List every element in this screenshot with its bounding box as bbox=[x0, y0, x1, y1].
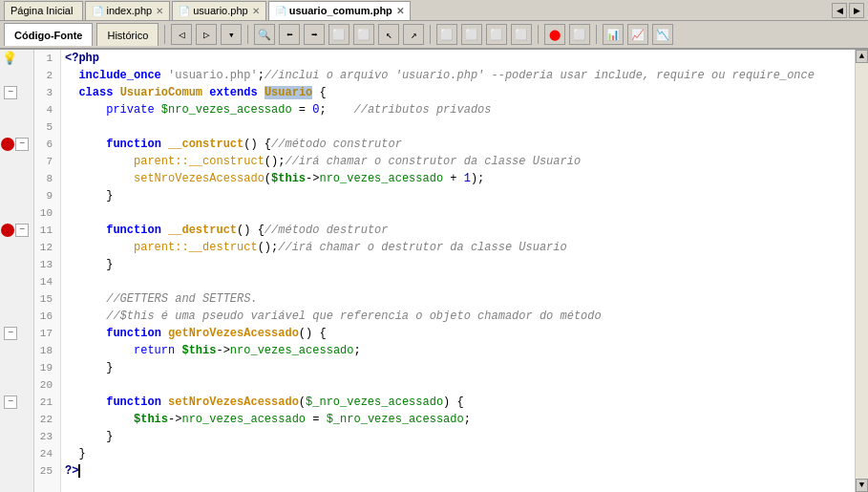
gutter-line-6: − bbox=[0, 136, 33, 153]
tab-pagina-inicial[interactable]: Página Inicial bbox=[4, 1, 83, 20]
ln-23: 23 bbox=[34, 428, 56, 445]
ln-7: 7 bbox=[34, 153, 56, 170]
btn-pause[interactable]: ⬜ bbox=[569, 24, 590, 45]
tab-usuario-comum-php[interactable]: 📄 usuario_comum.php ✕ bbox=[268, 1, 411, 20]
fold-17[interactable]: − bbox=[4, 327, 17, 340]
fold-6[interactable]: − bbox=[15, 138, 29, 151]
btn-next[interactable]: ➡ bbox=[304, 24, 325, 45]
btn-action6[interactable]: ⬜ bbox=[461, 24, 482, 45]
breakpoint-11[interactable] bbox=[1, 224, 14, 237]
gutter-line-22 bbox=[0, 411, 33, 428]
tab-navigation: ◀ ▶ bbox=[832, 3, 864, 18]
ln-5: 5 bbox=[34, 118, 56, 136]
btn-action5[interactable]: ⬜ bbox=[436, 24, 457, 45]
scroll-tabs-right[interactable]: ▶ bbox=[849, 3, 864, 18]
gutter-line-14 bbox=[0, 273, 33, 290]
btn-action3[interactable]: ↖ bbox=[378, 24, 399, 45]
gutter-line-5 bbox=[0, 118, 33, 136]
code-line-2: include_once 'usuario.php';//inclui o ar… bbox=[65, 67, 851, 84]
construct-name: __construct bbox=[168, 136, 243, 153]
param-val-22: $_nro_vezes_acessado bbox=[327, 411, 464, 428]
btn-action4[interactable]: ↗ bbox=[403, 24, 424, 45]
btn-chart1[interactable]: 📊 bbox=[603, 24, 624, 45]
tab-index-php[interactable]: 📄 index.php ✕ bbox=[85, 1, 170, 20]
ln-15: 15 bbox=[34, 290, 56, 308]
breakpoint-6[interactable] bbox=[1, 138, 14, 151]
param-21: $_nro_vezes_acessado bbox=[306, 394, 443, 411]
btn-forward[interactable]: ▷ bbox=[196, 24, 217, 45]
code-line-5 bbox=[65, 118, 851, 136]
code-line-8: setNroVezesAcessado($this->nro_vezes_ace… bbox=[65, 170, 851, 187]
btn-stop[interactable]: ⬤ bbox=[544, 24, 565, 45]
scroll-track[interactable] bbox=[856, 63, 868, 479]
comment-line16: //$this é uma pseudo variável que refere… bbox=[65, 308, 602, 325]
fold-3[interactable]: − bbox=[4, 86, 17, 99]
btn-zoom-out[interactable]: 🔍 bbox=[254, 24, 275, 45]
ln-13: 13 bbox=[34, 256, 56, 273]
code-line-25: ?> bbox=[65, 462, 851, 480]
code-content[interactable]: <?php include_once 'usuario.php';//inclu… bbox=[61, 50, 855, 492]
gutter-line-21: − bbox=[0, 394, 33, 411]
ln-19: 19 bbox=[34, 359, 56, 376]
btn-back[interactable]: ◁ bbox=[171, 24, 192, 45]
separator-1 bbox=[164, 25, 165, 44]
tab-codigo-fonte[interactable]: Código-Fonte bbox=[4, 23, 93, 46]
tab-usuario-php[interactable]: 📄 usuario.php ✕ bbox=[172, 1, 266, 20]
parent-call-7: parent::__construct bbox=[134, 153, 265, 170]
ln-11: 11 bbox=[34, 222, 56, 239]
btn-action1[interactable]: ⬜ bbox=[328, 24, 349, 45]
gutter-line-20 bbox=[0, 376, 33, 394]
include-once-keyword: include_once bbox=[78, 67, 160, 84]
ln-10: 10 bbox=[34, 204, 56, 222]
php-tag: <?php bbox=[65, 50, 99, 67]
code-line-7: parent::__construct();//irá chamar o con… bbox=[65, 153, 851, 170]
comment-line2: //inclui o arquivo 'usuario.php' --poder… bbox=[265, 67, 815, 84]
ln-6: 6 bbox=[34, 136, 56, 153]
number-0: 0 bbox=[312, 101, 319, 118]
code-line-15: //GETTERS and SETTERS. bbox=[65, 290, 851, 308]
gutter-line-18 bbox=[0, 342, 33, 359]
separator-3 bbox=[430, 25, 431, 44]
gutter-line-1: 💡 bbox=[0, 50, 33, 67]
fold-21[interactable]: − bbox=[4, 396, 17, 409]
php-close-tag: ?> bbox=[65, 462, 78, 480]
btn-dropdown[interactable]: ▾ bbox=[221, 24, 242, 45]
code-line-22: $this->nro_vezes_acessado = $_nro_vezes_… bbox=[65, 411, 851, 428]
this-8: $this bbox=[271, 170, 306, 187]
scroll-down-btn[interactable]: ▼ bbox=[856, 479, 868, 492]
ln-16: 16 bbox=[34, 308, 56, 325]
fold-11[interactable]: − bbox=[15, 224, 29, 237]
code-line-1: <?php bbox=[65, 50, 851, 67]
code-line-4: private $nro_vezes_acessado = 0; //atrib… bbox=[65, 101, 851, 118]
btn-chart2[interactable]: 📈 bbox=[627, 24, 648, 45]
comment-line15: //GETTERS and SETTERS. bbox=[65, 290, 258, 308]
tab-index-php-close[interactable]: ✕ bbox=[156, 6, 163, 16]
gutter-line-17: − bbox=[0, 325, 33, 342]
function-keyword-6: function bbox=[106, 136, 161, 153]
scrollbar-vertical[interactable]: ▲ ▼ bbox=[855, 50, 868, 492]
code-editor: 💡 − − − bbox=[0, 50, 868, 492]
tab-historico[interactable]: Histórico bbox=[96, 23, 159, 46]
ln-9: 9 bbox=[34, 187, 56, 204]
set-func-name: setNroVezesAcessado bbox=[168, 394, 299, 411]
comment-line6: //método construtor bbox=[271, 136, 402, 153]
tab-usuario-comum-php-close[interactable]: ✕ bbox=[396, 6, 404, 16]
scroll-up-btn[interactable]: ▲ bbox=[856, 50, 868, 63]
btn-chart3[interactable]: 📉 bbox=[652, 24, 673, 45]
btn-action2[interactable]: ⬜ bbox=[353, 24, 374, 45]
gutter-line-10 bbox=[0, 204, 33, 222]
tab-icon: 📄 bbox=[92, 6, 103, 16]
btn-action7[interactable]: ⬜ bbox=[486, 24, 507, 45]
btn-action8[interactable]: ⬜ bbox=[511, 24, 532, 45]
cursor bbox=[78, 464, 80, 478]
code-line-17: function getNroVezesAcessado() { bbox=[65, 325, 851, 342]
code-line-6: function __construct() {//método constru… bbox=[65, 136, 851, 153]
ln-20: 20 bbox=[34, 376, 56, 394]
scroll-tabs-left[interactable]: ◀ bbox=[832, 3, 847, 18]
btn-previous[interactable]: ⬅ bbox=[279, 24, 300, 45]
ln-18: 18 bbox=[34, 342, 56, 359]
private-keyword: private bbox=[106, 101, 154, 118]
comment-line4: //atributos privados bbox=[354, 101, 492, 118]
tab-usuario-php-close[interactable]: ✕ bbox=[252, 6, 260, 16]
gutter-line-11: − bbox=[0, 222, 33, 239]
